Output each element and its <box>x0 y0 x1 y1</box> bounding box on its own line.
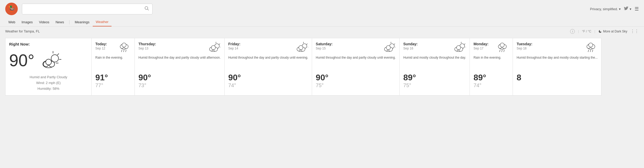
forecast-header-2: Friday: Sep 14 <box>228 42 308 53</box>
tab-meanings[interactable]: Meanings <box>72 18 92 26</box>
forecast-date-0: Sep 12 <box>95 47 107 50</box>
forecast-card-3: Saturday: Sep 15 Humid throughout the da… <box>312 38 399 96</box>
right-now-header: Right Now: <box>9 42 88 46</box>
location-bar-right: i | °F / °C | More at Dark Sky ⋮⋮ <box>570 29 639 34</box>
search-button[interactable] <box>144 6 149 12</box>
svg-line-1 <box>148 9 149 10</box>
forecast-temps-2: 90° 74° <box>228 73 308 88</box>
svg-point-60 <box>589 43 593 47</box>
svg-line-56 <box>504 50 504 52</box>
forecast-temps-4: 89° 75° <box>403 73 466 88</box>
forecast-date-4: Sep 16 <box>403 47 418 50</box>
forecast-card-4: Sunday: Sep 16 Humid and mostly cloudy t… <box>399 38 470 96</box>
temp-high-3: 90° <box>316 73 396 82</box>
tab-videos[interactable]: Videos <box>36 18 52 26</box>
temp-high-2: 90° <box>228 73 308 82</box>
forecast-day-6: Tuesday: <box>517 42 532 46</box>
search-input[interactable]: weather <box>25 7 142 11</box>
forecast-date-3: Sep 15 <box>316 47 333 50</box>
forecast-icon-2 <box>296 42 308 53</box>
search-bar: weather <box>22 4 153 14</box>
search-icon <box>144 6 149 11</box>
dark-sky-label: More at Dark Sky <box>603 30 627 33</box>
forecast-day-4: Sunday: <box>403 42 418 46</box>
temp-low-3: 75° <box>316 82 396 88</box>
forecast-day-5: Monday: <box>473 42 489 46</box>
forecast-icon-6 <box>585 42 598 53</box>
svg-point-33 <box>299 46 303 50</box>
forecast-card-1: Thursday: Sep 13 Humid throughout the da… <box>134 38 224 96</box>
svg-line-16 <box>124 50 124 52</box>
svg-point-14 <box>122 43 126 47</box>
forecast-icon-3 <box>383 42 396 53</box>
current-weather-icon <box>39 51 62 70</box>
forecast-icon-5 <box>496 42 509 53</box>
svg-line-27 <box>307 44 307 44</box>
svg-line-15 <box>121 50 122 52</box>
svg-line-55 <box>502 50 502 52</box>
privacy-button[interactable]: Privacy, simplified. ▾ <box>590 7 621 11</box>
privacy-label: Privacy, simplified. <box>590 7 618 11</box>
svg-line-61 <box>588 50 589 52</box>
hamburger-menu-icon[interactable]: ☰ <box>635 6 639 12</box>
forecast-icon-0 <box>118 42 131 53</box>
forecast-temps-0: 91° 77° <box>95 73 131 88</box>
forecast-temps-3: 90° 75° <box>316 73 396 88</box>
forecast-card-6: Tuesday: Sep 18 Humid throughout the day… <box>513 38 601 96</box>
svg-line-54 <box>500 50 500 52</box>
divider-darksky: | <box>594 30 595 33</box>
forecast-date-1: Sep 13 <box>138 47 156 50</box>
header-right: Privacy, simplified. ▾ ▾ ☰ <box>590 6 639 12</box>
forecast-day-3: Saturday: <box>316 42 333 46</box>
forecast-header-3: Saturday: Sep 15 <box>316 42 396 53</box>
forecast-desc-0: Rain in the evening. <box>95 55 131 69</box>
forecast-header-6: Tuesday: Sep 18 <box>517 42 598 53</box>
temp-low-4: 75° <box>403 82 466 88</box>
duckduckgo-logo[interactable]: 🦆 <box>5 3 18 15</box>
forecast-temps-6: 8 <box>517 73 598 82</box>
svg-line-3 <box>57 54 59 55</box>
darksky-icon <box>598 30 602 33</box>
right-now-details: Humid and Partly Cloudy Wind: 2 mph (E) … <box>9 74 88 92</box>
forecast-icon-4 <box>453 42 466 53</box>
header: 🦆 weather Privacy, simplified. ▾ ▾ ☰ <box>0 0 644 18</box>
forecast-day-2: Friday: <box>228 42 241 46</box>
temp-low-5: 74° <box>473 82 509 88</box>
forecast-card-5: Monday: Sep 17 Rain in the evening. 89° … <box>470 38 513 96</box>
location-bar: Weather for Tampa, FL i | °F / °C | More… <box>0 27 644 36</box>
forecast-desc-1: Humid throughout the day and partly clou… <box>138 55 221 69</box>
temp-high-5: 89° <box>473 73 509 82</box>
svg-line-43 <box>464 44 465 44</box>
temp-high-0: 91° <box>95 73 131 82</box>
tab-images[interactable]: Images <box>19 18 36 26</box>
forecast-card-2: Friday: Sep 14 Humid throughout the day … <box>224 38 312 96</box>
current-temp: 90° <box>9 52 34 69</box>
nav-tabs: Web Images Videos News Meanings Weather <box>0 18 644 27</box>
current-wind: Wind: 2 mph (E) <box>9 80 88 86</box>
grid-icon[interactable]: ⋮⋮ <box>630 29 639 34</box>
forecast-temps-1: 90° 73° <box>138 73 221 88</box>
svg-point-5 <box>51 55 58 62</box>
chevron-down-icon: ▾ <box>619 7 621 11</box>
right-now-main: 90° <box>9 51 88 70</box>
current-humidity: Humidity: 58% <box>9 86 88 92</box>
unit-toggle[interactable]: °F / °C <box>582 30 592 33</box>
tab-weather[interactable]: Weather <box>93 18 112 26</box>
forecast-desc-5: Rain in the evening. <box>473 55 509 69</box>
twitter-chevron: ▾ <box>630 7 631 11</box>
svg-point-9 <box>46 59 51 65</box>
info-icon[interactable]: i <box>570 29 575 34</box>
dark-sky-link[interactable]: More at Dark Sky <box>598 30 627 33</box>
temp-low-0: 77° <box>95 82 131 88</box>
forecast-header-1: Thursday: Sep 13 <box>138 42 221 53</box>
weather-cards: Right Now: 90° Humid and Partly Clo <box>0 36 644 100</box>
tab-news[interactable]: News <box>52 18 67 26</box>
temp-low-1: 73° <box>138 82 221 88</box>
forecast-header-5: Monday: Sep 17 <box>473 42 509 53</box>
nav-separator <box>69 20 69 24</box>
temp-high-4: 89° <box>403 73 466 82</box>
forecast-temps-5: 89° 74° <box>473 73 509 88</box>
svg-line-35 <box>394 44 395 44</box>
twitter-button[interactable]: ▾ <box>624 7 631 11</box>
tab-web[interactable]: Web <box>5 18 19 26</box>
